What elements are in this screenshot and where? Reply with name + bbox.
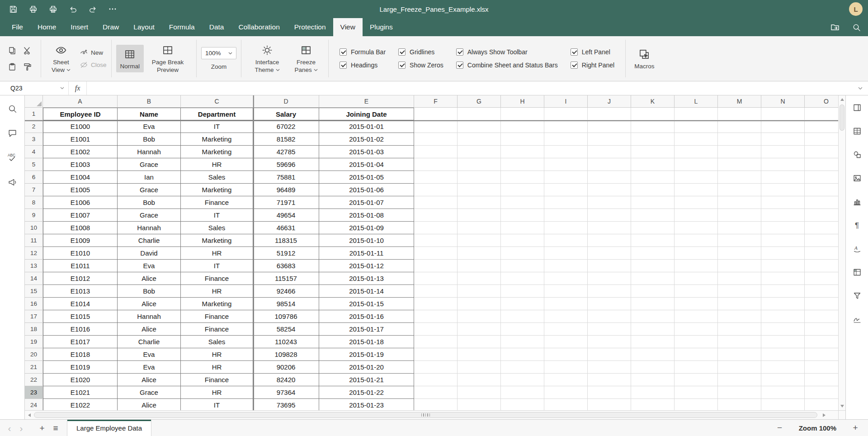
- previous-sheet-icon[interactable]: ‹: [4, 423, 15, 433]
- cell-O2[interactable]: [805, 120, 838, 133]
- cell-G3[interactable]: [458, 133, 501, 146]
- add-sheet-icon[interactable]: +: [35, 424, 49, 432]
- cell-E10[interactable]: 2015-01-09: [319, 222, 414, 234]
- cell-F14[interactable]: [414, 272, 458, 285]
- cell-M17[interactable]: [718, 310, 761, 323]
- cell-C17[interactable]: Finance: [181, 310, 253, 323]
- menu-tab-formula[interactable]: Formula: [162, 18, 202, 36]
- cell-E24[interactable]: 2015-01-23: [319, 399, 414, 410]
- redo-icon[interactable]: [88, 4, 98, 14]
- cell-M24[interactable]: [718, 399, 761, 410]
- cell-A11[interactable]: E1009: [43, 234, 118, 247]
- shape-settings-icon[interactable]: [852, 150, 862, 160]
- cell-A24[interactable]: E1022: [43, 399, 118, 410]
- column-header-C[interactable]: C: [181, 95, 253, 108]
- cell-E5[interactable]: 2015-01-04: [319, 158, 414, 171]
- cell-C2[interactable]: IT: [181, 120, 253, 133]
- checkbox-box-icon[interactable]: [398, 48, 406, 56]
- cell-L6[interactable]: [675, 171, 718, 184]
- cell-I15[interactable]: [544, 285, 588, 298]
- cell-H13[interactable]: [501, 260, 544, 272]
- cell-O21[interactable]: [805, 361, 838, 374]
- cell-O12[interactable]: [805, 247, 838, 260]
- cell-L17[interactable]: [675, 310, 718, 323]
- cell-J24[interactable]: [588, 399, 631, 410]
- cell-H8[interactable]: [501, 196, 544, 209]
- cell-H1[interactable]: [501, 108, 544, 120]
- cell-J8[interactable]: [588, 196, 631, 209]
- column-header-M[interactable]: M: [718, 95, 761, 108]
- horizontal-scrollbar[interactable]: [25, 410, 838, 419]
- cell-I17[interactable]: [544, 310, 588, 323]
- cell-F20[interactable]: [414, 348, 458, 361]
- comments-icon[interactable]: [7, 128, 17, 138]
- cell-L19[interactable]: [675, 336, 718, 348]
- cell-O13[interactable]: [805, 260, 838, 272]
- cell-G19[interactable]: [458, 336, 501, 348]
- cell-I13[interactable]: [544, 260, 588, 272]
- cell-N15[interactable]: [761, 285, 805, 298]
- column-header-L[interactable]: L: [675, 95, 718, 108]
- menu-tab-layout[interactable]: Layout: [126, 18, 162, 36]
- cell-J5[interactable]: [588, 158, 631, 171]
- cell-D24[interactable]: 73695: [253, 399, 319, 410]
- cell-O10[interactable]: [805, 222, 838, 234]
- cell-N7[interactable]: [761, 184, 805, 196]
- sheet-view-new-button[interactable]: New: [80, 49, 107, 57]
- cell-E12[interactable]: 2015-01-11: [319, 247, 414, 260]
- cell-D10[interactable]: 46631: [253, 222, 319, 234]
- row-header-19[interactable]: 19: [25, 336, 43, 348]
- cell-J21[interactable]: [588, 361, 631, 374]
- column-header-I[interactable]: I: [544, 95, 588, 108]
- cell-L23[interactable]: [675, 386, 718, 399]
- cell-N12[interactable]: [761, 247, 805, 260]
- checkbox-right-panel[interactable]: Right Panel: [571, 62, 614, 69]
- checkbox-box-icon[interactable]: [398, 62, 406, 69]
- cell-J2[interactable]: [588, 120, 631, 133]
- cell-K24[interactable]: [631, 399, 675, 410]
- cell-F3[interactable]: [414, 133, 458, 146]
- checkbox-box-icon[interactable]: [340, 48, 347, 56]
- cell-reference-box[interactable]: Q23: [6, 81, 69, 95]
- cell-H24[interactable]: [501, 399, 544, 410]
- cell-O17[interactable]: [805, 310, 838, 323]
- row-header-10[interactable]: 10: [25, 222, 43, 234]
- cell-N22[interactable]: [761, 374, 805, 386]
- cell-E9[interactable]: 2015-01-08: [319, 209, 414, 222]
- cell-F11[interactable]: [414, 234, 458, 247]
- cell-H21[interactable]: [501, 361, 544, 374]
- cell-I2[interactable]: [544, 120, 588, 133]
- cell-L2[interactable]: [675, 120, 718, 133]
- cell-G1[interactable]: [458, 108, 501, 120]
- cell-G17[interactable]: [458, 310, 501, 323]
- cell-L20[interactable]: [675, 348, 718, 361]
- copy-icon[interactable]: [5, 44, 19, 57]
- cell-C7[interactable]: Marketing: [181, 184, 253, 196]
- cell-F6[interactable]: [414, 171, 458, 184]
- cell-D7[interactable]: 96489: [253, 184, 319, 196]
- cell-A10[interactable]: E1008: [43, 222, 118, 234]
- cell-I21[interactable]: [544, 361, 588, 374]
- cell-A13[interactable]: E1011: [43, 260, 118, 272]
- row-header-14[interactable]: 14: [25, 272, 43, 285]
- cell-M2[interactable]: [718, 120, 761, 133]
- cell-E4[interactable]: 2015-01-03: [319, 146, 414, 158]
- cell-O6[interactable]: [805, 171, 838, 184]
- cell-M7[interactable]: [718, 184, 761, 196]
- checkbox-show-zeros[interactable]: Show Zeros: [398, 62, 443, 69]
- cell-F17[interactable]: [414, 310, 458, 323]
- cell-J9[interactable]: [588, 209, 631, 222]
- cell-M4[interactable]: [718, 146, 761, 158]
- cell-B23[interactable]: Grace: [118, 386, 181, 399]
- cell-I4[interactable]: [544, 146, 588, 158]
- next-sheet-icon[interactable]: ›: [15, 423, 27, 433]
- cell-K9[interactable]: [631, 209, 675, 222]
- page-break-preview-button[interactable]: Page Break Preview: [144, 41, 192, 76]
- cell-D1[interactable]: Salary: [253, 108, 319, 120]
- cell-J23[interactable]: [588, 386, 631, 399]
- cell-O22[interactable]: [805, 374, 838, 386]
- cell-G16[interactable]: [458, 298, 501, 310]
- sheet-view-button[interactable]: Sheet View: [46, 41, 76, 76]
- cell-L3[interactable]: [675, 133, 718, 146]
- cell-M15[interactable]: [718, 285, 761, 298]
